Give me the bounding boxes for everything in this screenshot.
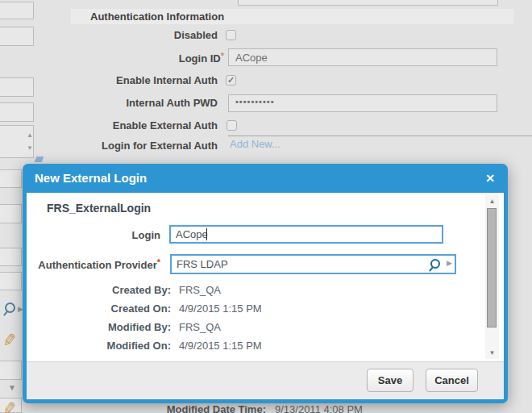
login-id-label: Login ID — [179, 52, 221, 65]
partial-left-input[interactable] — [0, 169, 22, 188]
edit-pencil-icon[interactable]: ✎ — [1, 330, 18, 351]
application-window: Authentication Information Disabled Logi… — [0, 0, 532, 413]
dialog-scrollbar[interactable]: ▲ ▼ — [485, 195, 499, 359]
new-external-login-dialog: New External Login ✕ FRS_ExternalLogin L… — [23, 164, 508, 403]
login-label: Login — [27, 229, 160, 241]
add-new-link[interactable]: Add New... — [230, 138, 281, 150]
disabled-checkbox[interactable] — [226, 30, 236, 40]
authentication-provider-input[interactable] — [170, 254, 456, 274]
disabled-label: Disabled — [71, 29, 218, 41]
authentication-provider-label: Authentication Provider* — [27, 257, 160, 271]
edit-pencil-icon[interactable]: ✎ — [1, 398, 18, 413]
partial-left-input[interactable] — [0, 102, 34, 122]
dropdown-icon[interactable]: ▼ — [8, 385, 16, 391]
authentication-provider-label-text: Authentication Provider — [38, 259, 156, 271]
internal-auth-pwd-value: •••••••••• — [235, 97, 275, 106]
enable-external-auth-label: Enable External Auth — [71, 119, 218, 131]
partial-left-input[interactable] — [0, 248, 22, 266]
modified-by-label: Modified By: — [27, 321, 171, 333]
login-input[interactable] — [169, 225, 443, 244]
external-login-divider — [228, 136, 532, 136]
modified-date-time-value: 9/13/2011 4:08 PM — [275, 403, 363, 413]
check-icon: ✓ — [227, 75, 235, 85]
created-by-label: Created By: — [27, 284, 171, 296]
partial-left-input[interactable] — [0, 272, 22, 290]
dialog-footer: Save Cancel — [27, 361, 504, 399]
scroll-down-icon[interactable]: ▼ — [485, 349, 499, 357]
login-for-external-auth-label: Login for External Auth — [71, 140, 218, 152]
enable-external-auth-checkbox[interactable] — [227, 120, 237, 131]
partial-left-input[interactable] — [0, 2, 34, 19]
partial-left-input[interactable] — [0, 361, 22, 380]
partial-left-input[interactable] — [0, 77, 34, 97]
partial-left-input[interactable] — [0, 27, 34, 46]
save-button[interactable]: Save — [367, 369, 414, 392]
dialog-body: FRS_ExternalLogin Login Authentication P… — [27, 193, 504, 361]
partial-left-spinner-field[interactable]: ▲ ▼ — [0, 125, 34, 158]
partial-top-input[interactable] — [238, 0, 498, 6]
scroll-up-icon[interactable]: ▲ — [485, 198, 499, 205]
scrollbar-thumb[interactable] — [487, 208, 497, 327]
created-on-value: 4/9/2015 1:15 PM — [179, 302, 262, 315]
login-id-label-row: Login ID* — [71, 51, 224, 65]
modified-on-value: 4/9/2015 1:15 PM — [179, 340, 262, 352]
search-icon[interactable] — [430, 259, 440, 269]
login-id-value: ACope — [235, 52, 268, 64]
modified-date-time-label: Modified Date Time: — [81, 403, 266, 413]
created-on-label: Created On: — [27, 302, 171, 315]
provider-required-marker: * — [157, 257, 160, 267]
enable-internal-auth-checkbox[interactable]: ✓ — [226, 75, 236, 86]
login-id-required-marker: * — [221, 51, 224, 60]
internal-auth-pwd-input[interactable]: •••••••••• — [228, 94, 497, 112]
enable-internal-auth-label: Enable Internal Auth — [71, 74, 218, 86]
partial-left-input[interactable] — [0, 204, 22, 223]
cancel-button[interactable]: Cancel — [426, 369, 478, 392]
dialog-title: New External Login — [35, 171, 147, 185]
modified-by-value: FRS_QA — [179, 321, 221, 333]
login-id-input[interactable]: ACope — [228, 48, 497, 66]
dialog-titlebar: New External Login ✕ — [27, 164, 504, 193]
lov-expand-icon[interactable]: ▶ — [447, 259, 452, 267]
spinner-down-icon[interactable]: ▼ — [27, 145, 33, 152]
section-title: Authentication Information — [90, 10, 224, 23]
text-caret — [206, 228, 207, 240]
decorative-glyph — [35, 156, 44, 162]
modified-on-label: Modified On: — [27, 340, 171, 352]
section-header-bar: Authentication Information — [71, 9, 513, 24]
close-icon[interactable]: ✕ — [482, 170, 498, 186]
object-name: FRS_ExternalLogin — [47, 202, 151, 215]
created-by-value: FRS_QA — [179, 284, 221, 296]
search-icon[interactable] — [5, 302, 15, 313]
spinner-up-icon[interactable]: ▲ — [27, 132, 33, 139]
internal-auth-pwd-label: Internal Auth PWD — [71, 97, 218, 109]
